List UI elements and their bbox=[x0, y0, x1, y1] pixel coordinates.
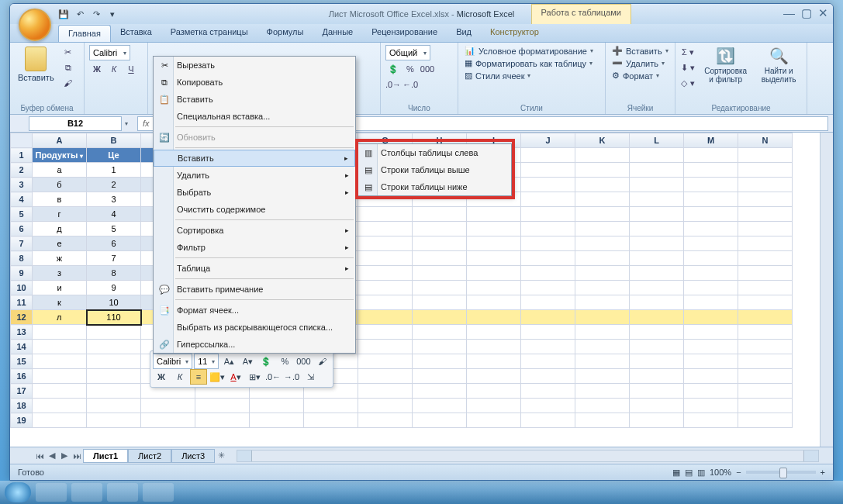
cell[interactable] bbox=[195, 399, 250, 413]
cell[interactable] bbox=[521, 325, 575, 340]
cell[interactable] bbox=[195, 413, 250, 428]
sheet-tab-1[interactable]: Лист1 bbox=[83, 449, 128, 463]
cell[interactable] bbox=[521, 178, 575, 192]
cells-delete-button[interactable]: ➖ Удалить ▾ bbox=[610, 57, 666, 69]
cell[interactable]: 3 bbox=[87, 192, 141, 207]
cell[interactable] bbox=[738, 295, 793, 310]
cell[interactable] bbox=[413, 340, 467, 354]
cell[interactable] bbox=[467, 310, 521, 325]
cell[interactable] bbox=[738, 281, 793, 295]
cell[interactable] bbox=[630, 207, 684, 222]
cell[interactable]: г bbox=[33, 207, 87, 222]
vertical-scrollbar[interactable] bbox=[820, 133, 833, 447]
cell[interactable] bbox=[684, 354, 738, 369]
cell[interactable]: 9 bbox=[87, 281, 141, 295]
cell[interactable] bbox=[738, 340, 793, 354]
cell[interactable] bbox=[33, 340, 87, 354]
cell[interactable] bbox=[467, 281, 521, 295]
zoom-plus-icon[interactable]: + bbox=[821, 468, 825, 477]
cell[interactable] bbox=[358, 325, 413, 340]
cell[interactable] bbox=[467, 295, 521, 310]
cell[interactable] bbox=[521, 310, 575, 325]
cell[interactable] bbox=[467, 207, 521, 222]
submenu-cols-left[interactable]: ▥Столбцы таблицы слева bbox=[358, 144, 511, 161]
save-icon[interactable]: 💾 bbox=[57, 7, 71, 21]
submenu-rows-above[interactable]: ▤Строки таблицы выше bbox=[358, 161, 511, 178]
cell[interactable] bbox=[358, 369, 413, 384]
mini-increase-decimal-icon[interactable]: →.0 bbox=[283, 369, 300, 385]
cell[interactable] bbox=[521, 295, 575, 310]
mini-percent-icon[interactable]: % bbox=[276, 354, 293, 369]
minimize-button[interactable]: — bbox=[783, 6, 795, 20]
cell[interactable] bbox=[413, 207, 467, 222]
row-header[interactable]: 4 bbox=[11, 192, 33, 207]
cell[interactable] bbox=[738, 399, 793, 413]
cell[interactable] bbox=[575, 163, 630, 178]
cell[interactable] bbox=[630, 192, 684, 207]
cell[interactable]: к bbox=[33, 295, 87, 310]
mini-font-color-icon[interactable]: A▾ bbox=[227, 369, 244, 385]
ctx-clear[interactable]: Очистить содержимое bbox=[154, 201, 355, 218]
cell[interactable] bbox=[413, 399, 467, 413]
autosum-icon[interactable]: Σ ▾ bbox=[680, 45, 696, 59]
ctx-hyperlink[interactable]: 🔗Гиперссылка... bbox=[154, 336, 355, 353]
cell[interactable] bbox=[521, 222, 575, 236]
zoom-level[interactable]: 100% bbox=[710, 468, 731, 477]
cell[interactable] bbox=[575, 178, 630, 192]
cell[interactable] bbox=[33, 399, 87, 413]
cell[interactable] bbox=[575, 222, 630, 236]
find-select-button[interactable]: 🔍 Найти и выделить bbox=[755, 45, 802, 85]
cell[interactable] bbox=[684, 369, 738, 384]
cell[interactable] bbox=[467, 384, 521, 399]
mini-decrease-decimal-icon[interactable]: .0← bbox=[264, 369, 282, 385]
ctx-copy[interactable]: ⧉Копировать bbox=[154, 74, 355, 91]
decrease-decimal-icon[interactable]: ←.0 bbox=[402, 78, 418, 91]
ctx-select[interactable]: Выбрать▸ bbox=[154, 184, 355, 201]
cell[interactable] bbox=[575, 340, 630, 354]
col-header[interactable]: M bbox=[684, 133, 738, 148]
cell[interactable] bbox=[684, 251, 738, 266]
cell[interactable]: з bbox=[33, 266, 87, 281]
submenu-rows-below[interactable]: ▤Строки таблицы ниже bbox=[358, 178, 511, 195]
cell[interactable] bbox=[87, 369, 141, 384]
cell[interactable] bbox=[87, 325, 141, 340]
row-header[interactable]: 1 bbox=[11, 148, 33, 163]
underline-button[interactable]: Ч bbox=[123, 62, 139, 76]
cell[interactable] bbox=[684, 207, 738, 222]
tab-home[interactable]: Главная bbox=[58, 25, 111, 42]
tab-layout[interactable]: Разметка страницы bbox=[161, 24, 257, 42]
cut-icon[interactable]: ✂ bbox=[60, 45, 76, 59]
format-as-table-button[interactable]: ▦ Форматировать как таблицу ▾ bbox=[463, 57, 594, 69]
cell[interactable] bbox=[521, 251, 575, 266]
cell[interactable] bbox=[87, 340, 141, 354]
cell[interactable] bbox=[358, 236, 413, 251]
cell[interactable]: 10 bbox=[87, 295, 141, 310]
cell[interactable] bbox=[630, 148, 684, 163]
mini-align-center-icon[interactable]: ≡ bbox=[190, 369, 207, 385]
cell[interactable] bbox=[358, 310, 413, 325]
cell[interactable] bbox=[521, 281, 575, 295]
cells-insert-button[interactable]: ➕ Вставить ▾ bbox=[610, 45, 670, 57]
col-header[interactable]: B bbox=[87, 133, 141, 148]
cell[interactable] bbox=[684, 192, 738, 207]
mini-format-painter-icon[interactable]: 🖌 bbox=[313, 354, 330, 369]
mini-increase-font-icon[interactable]: A▴ bbox=[220, 354, 237, 369]
cell[interactable] bbox=[87, 384, 141, 399]
cell[interactable] bbox=[33, 384, 87, 399]
cell[interactable] bbox=[358, 222, 413, 236]
cell[interactable] bbox=[413, 281, 467, 295]
ctx-pick-list[interactable]: Выбрать из раскрывающегося списка... bbox=[154, 319, 355, 336]
cell[interactable]: 1 bbox=[87, 163, 141, 178]
close-button[interactable]: ✕ bbox=[818, 6, 828, 20]
cell[interactable] bbox=[141, 413, 195, 428]
new-sheet-icon[interactable]: ✳ bbox=[215, 450, 227, 461]
cell[interactable] bbox=[358, 251, 413, 266]
col-header[interactable]: K bbox=[575, 133, 630, 148]
cell[interactable]: л bbox=[33, 310, 87, 325]
cell[interactable] bbox=[684, 148, 738, 163]
cell[interactable] bbox=[413, 413, 467, 428]
cell[interactable] bbox=[575, 295, 630, 310]
row-header[interactable]: 18 bbox=[11, 399, 33, 413]
row-header[interactable]: 2 bbox=[11, 163, 33, 178]
cell[interactable] bbox=[684, 222, 738, 236]
